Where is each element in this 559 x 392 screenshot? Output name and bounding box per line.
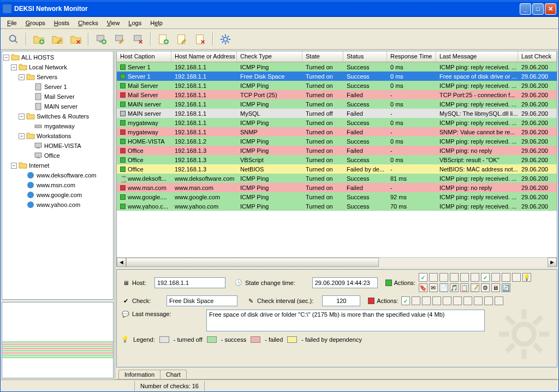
tree-label[interactable]: Office (44, 152, 60, 159)
tree-label[interactable]: Mail Server (44, 93, 75, 100)
lastmsg-text[interactable] (206, 310, 485, 331)
table-row[interactable]: HOME-VISTA192.168.1.2ICMP PingTurned onS… (117, 136, 557, 146)
action-btn[interactable] (463, 296, 472, 305)
col-check-type[interactable]: Check Type (237, 51, 302, 62)
host-input[interactable] (154, 277, 225, 288)
toolbar-edit-group[interactable] (50, 32, 65, 47)
minimize-button[interactable]: _ (520, 3, 531, 15)
tree-label[interactable]: mygateway (44, 123, 75, 129)
table-row[interactable]: www.msn.comwww.msn.comICMP PingTurned on… (117, 183, 557, 192)
menu-checks[interactable]: Checks (74, 19, 103, 27)
scroll-thumb[interactable] (126, 258, 379, 267)
menu-help[interactable]: Help (146, 19, 167, 27)
action-checkbox[interactable] (401, 296, 410, 305)
action-btn[interactable]: 🔄 (502, 283, 510, 292)
expand-icon[interactable]: − (3, 55, 9, 61)
table-row[interactable]: Mail Server192.168.1.1TCP Port (25)Turne… (117, 90, 557, 99)
action-btn[interactable]: 📄 (439, 283, 448, 292)
table-row[interactable]: www.yahoo.c...www.yahoo.comICMP PingTurn… (117, 201, 557, 211)
menu-hosts[interactable]: Hosts (50, 19, 74, 27)
tree-label[interactable]: www.deksoftware.com (37, 172, 96, 179)
action-btn[interactable] (432, 296, 441, 305)
tree-label[interactable]: Server 1 (44, 84, 67, 90)
table-row[interactable]: Office192.168.1.3NetBIOSTurned onFailed … (117, 164, 557, 174)
state-change-input[interactable] (312, 277, 378, 288)
toolbar-delete-check[interactable] (193, 32, 208, 47)
menu-groups[interactable]: Groups (21, 19, 50, 27)
toolbar-add-check[interactable] (156, 32, 171, 47)
table-row[interactable]: Office192.168.1.3ICMP PingTurned onFaile… (117, 146, 557, 155)
action-btn[interactable] (422, 296, 431, 305)
expand-icon[interactable]: − (19, 114, 25, 120)
tree-label[interactable]: Switches & Routers (37, 113, 89, 120)
menu-view[interactable]: View (103, 19, 124, 27)
tree-label[interactable]: HOME-VISTA (44, 142, 81, 149)
scroll-left-arrow[interactable]: ◄ (117, 258, 126, 267)
col-response-time[interactable]: Response Time (387, 51, 436, 62)
action-btn[interactable]: 🔖 (419, 283, 427, 292)
toolbar-add-host[interactable] (93, 32, 109, 47)
col-status[interactable]: Status (343, 51, 387, 62)
action-btn[interactable] (412, 296, 420, 305)
tree-label[interactable]: www.yahoo.com (37, 201, 80, 208)
action-btn[interactable] (474, 296, 483, 305)
horizontal-scrollbar[interactable]: ◄ ► (117, 257, 557, 266)
action-btn[interactable]: 🎵 (450, 283, 459, 292)
tree-label[interactable]: Servers (37, 74, 57, 80)
expand-icon[interactable]: − (11, 163, 17, 169)
table-row[interactable]: MAIN server192.168.1.1ICMP PingTurned on… (117, 99, 557, 109)
action-btn[interactable] (484, 296, 493, 305)
action-btn[interactable]: 🖥 (491, 283, 500, 292)
menu-file[interactable]: File (3, 19, 21, 27)
toolbar-scan[interactable] (6, 32, 21, 47)
table-row[interactable]: mygateway192.168.1.1SNMPTurned onFailed-… (117, 127, 557, 136)
col-last-check[interactable]: Last Check (518, 51, 557, 62)
action-btn[interactable] (439, 273, 448, 282)
action-btn[interactable] (471, 273, 479, 282)
tree-label[interactable]: www.google.com (37, 192, 82, 198)
checks-grid[interactable]: Host Caption Host Name or Address Check … (116, 51, 557, 267)
table-row[interactable]: Office192.168.1.3VBScriptTurned onSucces… (117, 155, 557, 164)
menu-logs[interactable]: Logs (124, 19, 146, 27)
action-checkbox[interactable] (419, 273, 427, 282)
action-checkbox[interactable] (481, 273, 490, 282)
tab-chart[interactable]: Chart (160, 370, 187, 379)
action-btn[interactable] (429, 273, 438, 282)
expand-icon[interactable]: − (19, 133, 25, 139)
col-last-message[interactable]: Last Message (436, 51, 518, 62)
table-row[interactable]: Mail Server192.168.1.1ICMP PingTurned on… (117, 81, 557, 90)
action-btn[interactable]: 💡 (522, 273, 531, 282)
table-row[interactable]: MAIN server192.168.1.1MySQLTurned offFai… (117, 109, 557, 118)
toolbar-edit-host[interactable] (112, 32, 127, 47)
tree-label[interactable]: MAIN server (44, 103, 78, 110)
action-btn[interactable] (453, 296, 462, 305)
toolbar-delete-group[interactable] (68, 32, 84, 47)
scroll-right-arrow[interactable]: ► (548, 258, 557, 267)
table-row[interactable]: ⌛www.deksoft...www.deksoftware.comICMP P… (117, 174, 557, 183)
action-btn[interactable] (460, 273, 469, 282)
grid-header[interactable]: Host Caption Host Name or Address Check … (117, 51, 557, 62)
tree-label[interactable]: www.msn.com (37, 182, 75, 188)
action-btn[interactable] (502, 273, 510, 282)
action-btn[interactable] (491, 273, 500, 282)
action-btn[interactable] (450, 273, 459, 282)
tree-label[interactable]: Workstations (37, 133, 71, 139)
toolbar-settings[interactable] (218, 32, 233, 47)
action-btn[interactable] (443, 296, 451, 305)
expand-icon[interactable]: − (19, 74, 25, 80)
tab-information[interactable]: Information (118, 370, 160, 379)
host-tree[interactable]: −ALL HOSTS −Local Network −Servers Serve… (2, 51, 114, 300)
interval-input[interactable] (322, 295, 360, 306)
action-btn[interactable] (512, 273, 521, 282)
action-btn[interactable]: ⚙ (481, 283, 490, 292)
table-row[interactable]: Server 1192.168.1.1Free Disk SpaceTurned… (117, 72, 557, 81)
toolbar-edit-check[interactable] (174, 32, 189, 47)
tree-label[interactable]: ALL HOSTS (21, 54, 54, 61)
col-host-caption[interactable]: Host Caption (117, 51, 171, 62)
col-host-address[interactable]: Host Name or Address (171, 51, 237, 62)
table-row[interactable]: Server 1192.168.1.1ICMP PingTurned onSuc… (117, 62, 557, 72)
table-row[interactable]: mygateway192.168.1.1ICMP PingTurned onSu… (117, 118, 557, 127)
toolbar-delete-host[interactable] (130, 32, 146, 47)
tree-label[interactable]: Internet (29, 162, 49, 169)
action-btn[interactable]: ✉ (429, 283, 438, 292)
